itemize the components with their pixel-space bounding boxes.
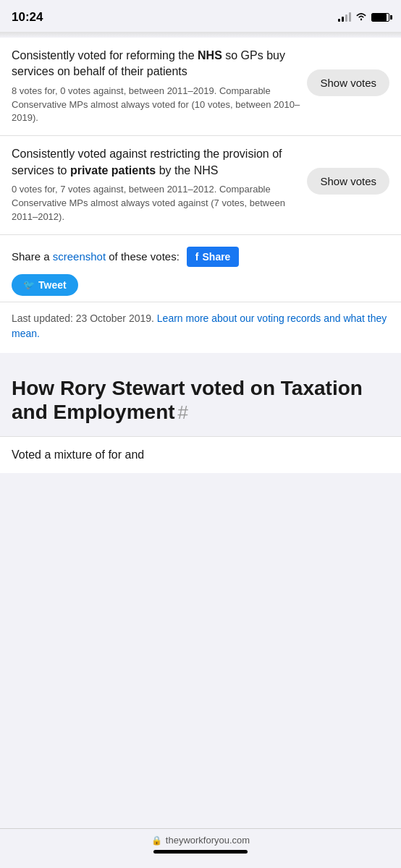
tweet-row: 🐦 Tweet <box>12 274 389 296</box>
main-content: Consistently voted for reforming the NHS… <box>0 38 401 353</box>
item-1-title: Consistently voted for reforming the NHS… <box>12 48 300 80</box>
bottom-item-title: Voted a mixture of for and <box>12 447 389 463</box>
tweet-button[interactable]: 🐦 Tweet <box>12 274 78 296</box>
item-2-text-area: Consistently voted against restricting t… <box>12 146 300 224</box>
wifi-icon <box>355 12 367 23</box>
bottom-bar: 🔒 theyworkforyou.com <box>0 828 401 868</box>
status-bar: 10:24 <box>0 0 401 32</box>
top-divider <box>0 32 401 38</box>
signal-icon <box>338 13 351 22</box>
status-icons <box>338 12 389 23</box>
battery-icon <box>371 13 389 22</box>
home-indicator[interactable] <box>153 850 248 854</box>
section-heading-area: How Rory Stewart voted on Taxation and E… <box>0 353 401 436</box>
section-heading: How Rory Stewart voted on Taxation and E… <box>12 376 389 425</box>
lock-icon: 🔒 <box>151 835 162 846</box>
share-row: Share a screenshot of these votes: f Sha… <box>12 247 389 267</box>
vote-item-1: Consistently voted for reforming the NHS… <box>0 38 401 136</box>
share-prefix: Share a screenshot of these votes: <box>12 250 180 263</box>
screenshot-link[interactable]: screenshot <box>53 250 106 263</box>
share-section: Share a screenshot of these votes: f Sha… <box>0 235 401 302</box>
url-bar: 🔒 theyworkforyou.com <box>151 835 250 846</box>
vote-item-2: Consistently voted against restricting t… <box>0 136 401 234</box>
bottom-vote-item: Voted a mixture of for and <box>0 436 401 473</box>
show-votes-button-2[interactable]: Show votes <box>307 168 389 195</box>
last-updated-section: Last updated: 23 October 2019. Learn mor… <box>0 302 401 353</box>
item-1-meta: 8 votes for, 0 votes against, between 20… <box>12 85 300 126</box>
url-text: theyworkforyou.com <box>166 835 250 846</box>
status-time: 10:24 <box>12 10 43 25</box>
item-2-meta: 0 votes for, 7 votes against, between 20… <box>12 183 300 224</box>
item-1-text-area: Consistently voted for reforming the NHS… <box>12 48 300 125</box>
show-votes-button-1[interactable]: Show votes <box>307 69 389 96</box>
item-2-title: Consistently voted against restricting t… <box>12 146 300 179</box>
facebook-icon: f <box>195 251 199 263</box>
hash-link[interactable]: # <box>178 401 188 423</box>
facebook-share-button[interactable]: f Share <box>187 247 240 267</box>
twitter-icon: 🐦 <box>23 279 35 290</box>
svg-point-0 <box>360 18 362 20</box>
